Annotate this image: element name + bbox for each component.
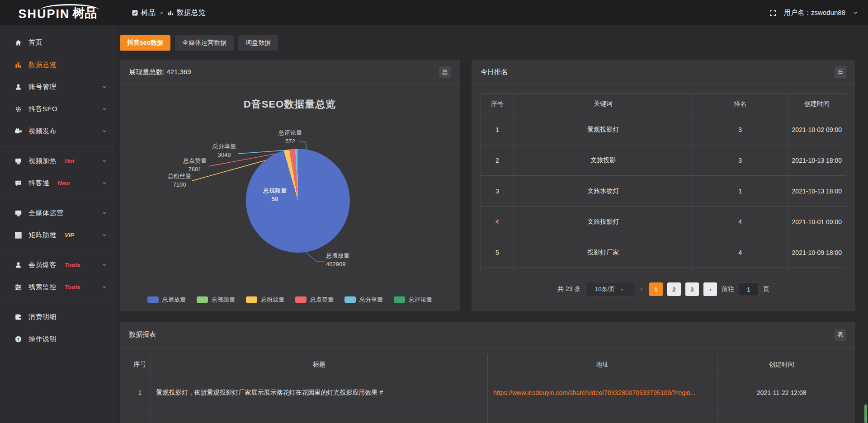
scrollbar-thumb[interactable] bbox=[864, 404, 867, 423]
chevron-down-icon bbox=[102, 209, 107, 217]
breadcrumb-root[interactable]: 树品 bbox=[132, 8, 156, 18]
table-badge-button[interactable]: 表 bbox=[835, 329, 846, 341]
legend-item[interactable]: 总评论量 bbox=[394, 296, 432, 304]
next-page-button[interactable]: › bbox=[703, 282, 717, 296]
table-row[interactable] bbox=[481, 268, 846, 273]
prev-page-button[interactable]: ‹ bbox=[639, 285, 645, 293]
tab-media-operation-data[interactable]: 全媒体运营数据 bbox=[175, 35, 234, 51]
ranking-cell: 3 bbox=[481, 176, 514, 207]
sidebar-item-label: 数据总览 bbox=[28, 61, 57, 69]
page-size-select[interactable]: 10条/页 bbox=[585, 282, 634, 296]
sidebar-item-operation-guide[interactable]: ?操作说明 bbox=[0, 328, 115, 350]
home-icon bbox=[14, 39, 22, 47]
sidebar: 首页数据总览账号管理抖音SEO视频发布视频加热Hot抖客通New全媒体运营矩阵助… bbox=[0, 25, 115, 423]
app-logo[interactable]: SHUPIN 树品 bbox=[0, 1, 115, 24]
data-tabs: 抖音seo数据全媒体运营数据询盘数据 bbox=[120, 35, 855, 51]
sidebar-divider bbox=[0, 250, 115, 250]
ranking-cell: 2021-10-02 09:00 bbox=[788, 114, 846, 145]
report-column-header: 序号 bbox=[129, 354, 151, 375]
ranking-cell: 5 bbox=[481, 237, 514, 268]
table-row[interactable]: 5投影灯厂家42021-10-09 18:00 bbox=[481, 237, 846, 268]
legend-item[interactable]: 总分享量 bbox=[344, 296, 383, 304]
sidebar-badge-vip: VIP bbox=[65, 232, 74, 239]
sidebar-item-label: 全媒体运营 bbox=[28, 209, 64, 217]
ranking-cell: 4 bbox=[481, 207, 514, 237]
page-button-2[interactable]: 2 bbox=[667, 282, 681, 296]
ranking-cell: 文旅水纹灯 bbox=[514, 176, 693, 207]
sidebar-item-label: 首页 bbox=[28, 38, 42, 47]
table-row[interactable]: 4文旅投影灯42021-10-01 09:00 bbox=[481, 207, 846, 237]
chevron-down-icon bbox=[102, 179, 107, 187]
goto-label: 前往 bbox=[722, 285, 734, 293]
legend-swatch bbox=[197, 296, 208, 303]
chart-title: D音SEO数据量总览 bbox=[120, 98, 460, 111]
sliders-icon bbox=[14, 283, 22, 291]
ranking-cell: 2021-10-13 18:00 bbox=[788, 145, 846, 176]
sidebar-item-lead-monitor[interactable]: 线索监控Tools bbox=[0, 276, 115, 298]
goto-page-input[interactable] bbox=[739, 282, 759, 296]
fullscreen-icon[interactable] bbox=[769, 9, 777, 17]
breadcrumb-separator-icon: > bbox=[160, 9, 163, 16]
table-row[interactable] bbox=[129, 410, 846, 423]
pagination-total: 共 23 条 bbox=[557, 285, 580, 293]
legend-item[interactable]: 总播放量 bbox=[147, 296, 186, 304]
sidebar-item-label: 抖音SEO bbox=[28, 105, 57, 113]
sidebar-item-matrix-boost[interactable]: 矩阵助推VIP bbox=[0, 224, 115, 246]
report-title bbox=[151, 410, 487, 423]
sidebar-item-media-operation[interactable]: 全媒体运营 bbox=[0, 202, 115, 224]
legend-swatch bbox=[344, 296, 356, 303]
ranking-cell: 投影灯厂家 bbox=[514, 237, 693, 268]
chevron-down-icon bbox=[102, 83, 107, 91]
sidebar-item-video-heat[interactable]: 视频加热Hot bbox=[0, 150, 115, 172]
tab-douyin-seo-data[interactable]: 抖音seo数据 bbox=[120, 35, 170, 51]
page-button-1[interactable]: 1 bbox=[649, 282, 663, 296]
sidebar-item-label: 视频发布 bbox=[28, 127, 57, 136]
question-icon: ? bbox=[14, 335, 22, 343]
today-ranking-panel: 今日排名 日 序号关键词排名创建时间 1景观投影灯32021-10-02 09:… bbox=[472, 60, 855, 311]
legend-item[interactable]: 总视频量 bbox=[197, 296, 235, 304]
page-button-3[interactable]: 3 bbox=[685, 282, 699, 296]
sidebar-item-label: 账号管理 bbox=[28, 83, 57, 91]
wallet-icon bbox=[14, 313, 22, 321]
breadcrumb-current[interactable]: 数据总览 bbox=[167, 8, 206, 18]
sidebar-item-member-burst[interactable]: 会员爆客Tools bbox=[0, 254, 115, 276]
day-badge-button[interactable]: 日 bbox=[835, 66, 846, 78]
sidebar-item-account-manage[interactable]: 账号管理 bbox=[0, 76, 115, 98]
legend-swatch bbox=[295, 296, 307, 303]
sidebar-item-label: 会员爆客 bbox=[28, 261, 57, 269]
sidebar-item-douketong[interactable]: 抖客通New bbox=[0, 172, 115, 194]
sidebar-item-data-overview[interactable]: 数据总览 bbox=[0, 54, 115, 76]
tab-inquiry-data[interactable]: 询盘数据 bbox=[238, 35, 278, 51]
sidebar-divider bbox=[0, 302, 115, 302]
sidebar-item-douyin-seo[interactable]: 抖音SEO bbox=[0, 98, 115, 120]
table-row[interactable]: 1景观投影灯，夜游景观投影灯厂家展示展示落花灯在花园里的灯光投影应用效果 #ht… bbox=[129, 375, 846, 410]
ranking-cell bbox=[514, 268, 693, 273]
gear-icon bbox=[14, 105, 22, 113]
svg-text:?: ? bbox=[17, 337, 19, 342]
ranking-table: 序号关键词排名创建时间 1景观投影灯32021-10-02 09:002文旅投影… bbox=[481, 93, 846, 272]
chevron-down-icon bbox=[102, 127, 107, 135]
chevron-down-icon[interactable] bbox=[853, 10, 858, 15]
table-row[interactable]: 1景观投影灯32021-10-02 09:00 bbox=[481, 114, 846, 145]
total-badge-button[interactable]: 总 bbox=[439, 66, 451, 78]
report-table: 序号标题地址创建时间 1景观投影灯，夜游景观投影灯厂家展示展示落花灯在花园里的灯… bbox=[129, 354, 846, 423]
table-row[interactable]: 3文旅水纹灯12021-10-13 18:00 bbox=[481, 176, 846, 207]
sidebar-badge-hot: Hot bbox=[65, 158, 75, 164]
sidebar-item-consume-detail[interactable]: 消费明细 bbox=[0, 306, 115, 328]
legend-item[interactable]: 总粉丝量 bbox=[246, 296, 284, 304]
ranking-table-container: 序号关键词排名创建时间 1景观投影灯32021-10-02 09:002文旅投影… bbox=[481, 93, 846, 272]
main-content: 抖音seo数据全媒体运营数据询盘数据 展现量总数: 421,369 总 D音SE… bbox=[115, 25, 868, 423]
pie-label: 总分享量3049 bbox=[197, 142, 251, 159]
ranking-column-header: 创建时间 bbox=[788, 94, 846, 114]
monitor-icon bbox=[14, 209, 22, 217]
ranking-cell: 1 bbox=[693, 176, 788, 207]
legend-label: 总视频量 bbox=[212, 296, 235, 304]
report-url-link[interactable]: https://www.iesdouyin.com/share/video/70… bbox=[493, 389, 696, 396]
legend-item[interactable]: 总点赞量 bbox=[295, 296, 334, 304]
seo-pie-chart: D音SEO数据量总览 总播放量402909总视频量58总粉丝量7100总点赞量7… bbox=[120, 85, 460, 311]
sidebar-item-video-publish[interactable]: 视频发布 bbox=[0, 120, 115, 142]
sidebar-item-home[interactable]: 首页 bbox=[0, 32, 115, 54]
username[interactable]: 用户名：zswodun88 bbox=[784, 9, 845, 17]
table-row[interactable]: 2文旅投影32021-10-13 18:00 bbox=[481, 145, 846, 176]
breadcrumb: 树品 > 数据总览 bbox=[132, 8, 206, 18]
